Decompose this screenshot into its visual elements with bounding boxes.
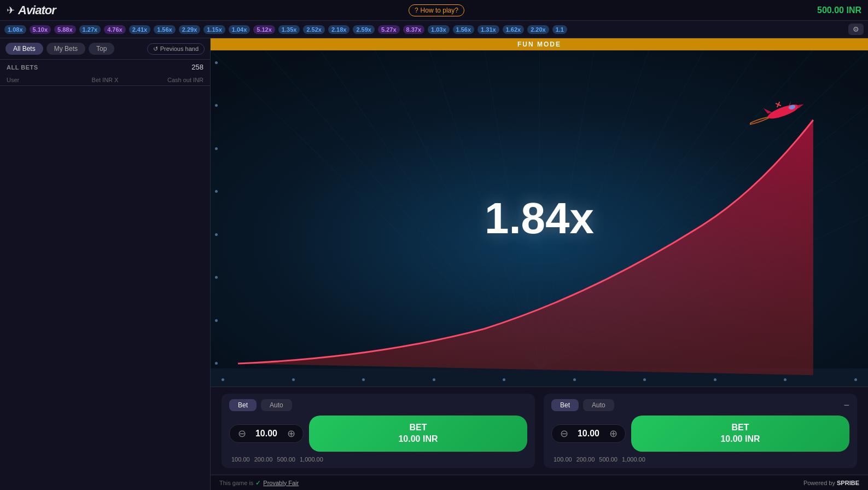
mult-badge[interactable]: 1.08x xyxy=(4,25,26,34)
mult-badge[interactable]: 2.29x xyxy=(179,25,201,34)
grid-dot xyxy=(503,378,505,381)
svg-point-17 xyxy=(766,102,800,122)
logo-text: Aviator xyxy=(18,3,56,18)
grid-dot xyxy=(784,378,787,381)
bottom-controls: Bet Auto ⊖ 10.00 ⊕ BET 10.00 INR 100.00 xyxy=(211,387,868,475)
preset-200-1[interactable]: 200.00 xyxy=(254,456,273,463)
mult-badge[interactable]: 2.18x xyxy=(328,25,350,34)
bet-decrease-2[interactable]: ⊖ xyxy=(558,428,569,439)
bet-presets-2: 100.00 200.00 500.00 1,000.00 xyxy=(551,456,849,463)
mult-badge[interactable]: 2.59x xyxy=(353,25,375,34)
mult-badge[interactable]: 1.56x xyxy=(453,25,475,34)
bets-header: ALL BETS 258 xyxy=(0,60,210,74)
game-canvas: 1.84x xyxy=(211,50,868,387)
grid-dot xyxy=(433,378,435,381)
column-user: User xyxy=(7,77,72,83)
mult-badge[interactable]: 2.52x xyxy=(303,25,325,34)
preset-1000-2[interactable]: 1,000.00 xyxy=(622,456,645,463)
mult-badge[interactable]: 1.31x xyxy=(477,25,499,34)
multiplier-settings-button[interactable]: ⚙ xyxy=(848,24,864,35)
all-bets-label: ALL BETS xyxy=(7,64,38,71)
bet-decrease-1[interactable]: ⊖ xyxy=(236,428,247,439)
mult-badge[interactable]: 1.15x xyxy=(203,25,225,34)
how-to-play-label: How to play? xyxy=(421,7,458,14)
preset-100-2[interactable]: 100.00 xyxy=(554,456,572,463)
tab-my-bets[interactable]: My Bets xyxy=(46,43,85,55)
mult-badge[interactable]: 1.1 xyxy=(552,25,567,34)
bet-button-amount-2: 10.00 INR xyxy=(642,434,838,445)
column-cashout: Cash out INR xyxy=(138,77,203,83)
balance-display: 500.00 INR xyxy=(817,5,861,15)
bet-presets-1: 100.00 200.00 500.00 1,000.00 xyxy=(229,456,527,463)
preset-500-2[interactable]: 500.00 xyxy=(599,456,617,463)
bet-button-amount-1: 10.00 INR xyxy=(320,434,516,445)
bet-row-1: ⊖ 10.00 ⊕ BET 10.00 INR xyxy=(229,416,527,452)
mult-badge[interactable]: 1.56x xyxy=(154,25,176,34)
left-panel: All Bets My Bets Top ↺ Previous hand ALL… xyxy=(0,38,211,490)
mult-badge[interactable]: 1.04x xyxy=(229,25,251,34)
bet-tab-bet-1[interactable]: Bet xyxy=(229,399,257,411)
spribe-name: SPRIBE xyxy=(837,480,859,486)
bet-tab-auto-2[interactable]: Auto xyxy=(583,399,614,411)
column-bet: Bet INR X xyxy=(72,77,138,83)
grid-dot xyxy=(215,104,218,107)
grid-dot xyxy=(573,378,576,381)
tab-top[interactable]: Top xyxy=(89,43,114,55)
logo: ✈ Aviator xyxy=(7,3,56,18)
grid-dot xyxy=(215,362,218,365)
grid-dot xyxy=(215,61,218,64)
provably-fair-link[interactable]: Provably Fair xyxy=(263,480,299,486)
mult-badge[interactable]: 5.10x xyxy=(30,25,51,34)
game-area: FUN MODE xyxy=(211,38,868,490)
fun-mode-banner: FUN MODE xyxy=(211,38,868,50)
mult-badge[interactable]: 1.27x xyxy=(79,25,101,34)
grid-dot xyxy=(714,378,716,381)
preset-100-1[interactable]: 100.00 xyxy=(231,456,250,463)
checkmark-icon: ✓ xyxy=(255,479,261,487)
preset-500-1[interactable]: 500.00 xyxy=(277,456,295,463)
grid-dot xyxy=(643,378,646,381)
bet-increase-2[interactable]: ⊕ xyxy=(608,428,619,439)
mult-badge[interactable]: 2.20x xyxy=(527,25,549,34)
mult-badge[interactable]: 1.62x xyxy=(503,25,525,34)
spribe-branding: Powered by SPRIBE xyxy=(803,480,859,486)
mult-badge[interactable]: 1.35x xyxy=(278,25,300,34)
bet-tab-bet-2[interactable]: Bet xyxy=(551,399,579,411)
powered-by-text: Powered by xyxy=(803,480,835,486)
previous-hand-button[interactable]: ↺ Previous hand xyxy=(147,43,205,55)
mult-badge[interactable]: 1.03x xyxy=(428,25,450,34)
bet-increase-1[interactable]: ⊕ xyxy=(286,428,296,439)
grid-dots-left xyxy=(215,61,218,365)
provably-fair-section: This game is ✓ Provably Fair xyxy=(219,479,299,487)
mult-badge[interactable]: 4.76x xyxy=(104,25,126,34)
grid-dot xyxy=(362,378,365,381)
grid-dot xyxy=(215,147,218,150)
mult-badge[interactable]: 8.37x xyxy=(403,25,425,34)
bet-button-1[interactable]: BET 10.00 INR xyxy=(309,416,527,452)
grid-dot xyxy=(215,190,218,193)
plane-svg: ✕ xyxy=(750,91,815,129)
bet-panel-1-tabs: Bet Auto xyxy=(229,399,527,411)
mult-badge[interactable]: 2.41x xyxy=(129,25,151,34)
remove-bet-panel-button[interactable]: − xyxy=(843,400,849,410)
top-bar: ✈ Aviator ? How to play? 500.00 INR xyxy=(0,0,868,21)
bet-button-2[interactable]: BET 10.00 INR xyxy=(631,416,849,452)
plane: ✕ xyxy=(750,91,815,131)
preset-1000-1[interactable]: 1,000.00 xyxy=(300,456,323,463)
bet-panel-1: Bet Auto ⊖ 10.00 ⊕ BET 10.00 INR 100.00 xyxy=(222,394,535,468)
preset-200-2[interactable]: 200.00 xyxy=(576,456,595,463)
footer-bar: This game is ✓ Provably Fair Powered by … xyxy=(211,475,868,490)
bet-stepper-2: ⊖ 10.00 ⊕ xyxy=(551,424,626,443)
grid-dot xyxy=(854,378,857,381)
bet-tab-auto-1[interactable]: Auto xyxy=(261,399,292,411)
mult-badge[interactable]: 5.12x xyxy=(253,25,275,34)
grid-dots-bottom xyxy=(222,378,857,381)
main-layout: All Bets My Bets Top ↺ Previous hand ALL… xyxy=(0,38,868,490)
mult-badge[interactable]: 5.88x xyxy=(54,25,76,34)
multiplier-strip: 1.08x 5.10x 5.88x 1.27x 4.76x 2.41x 1.56… xyxy=(0,21,868,38)
bets-columns-header: User Bet INR X Cash out INR xyxy=(0,74,210,86)
mult-badge[interactable]: 5.27x xyxy=(378,25,400,34)
how-to-play-button[interactable]: ? How to play? xyxy=(409,4,464,16)
tab-all-bets[interactable]: All Bets xyxy=(5,43,43,55)
question-icon: ? xyxy=(415,7,418,14)
